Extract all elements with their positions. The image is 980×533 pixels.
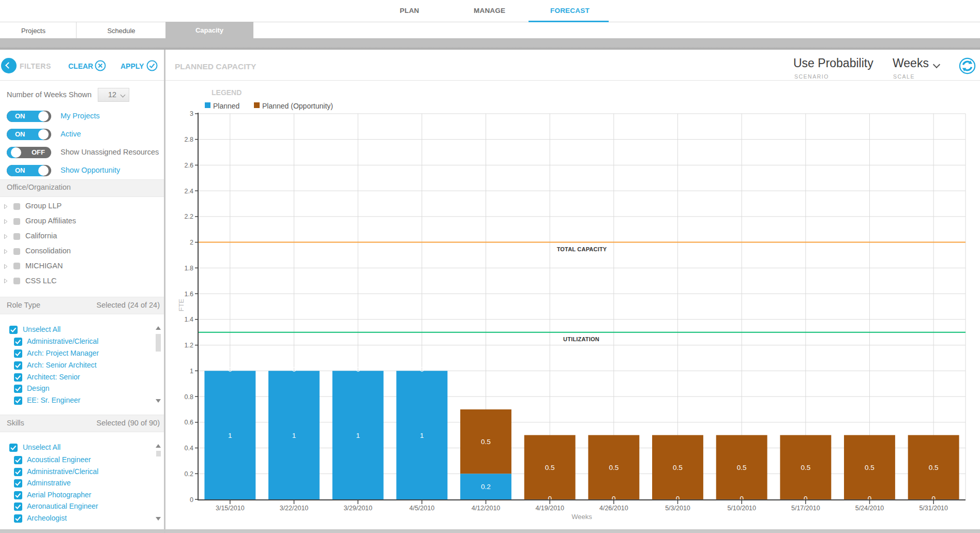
svg-text:3/15/2010: 3/15/2010: [216, 505, 245, 512]
svg-text:0.5: 0.5: [673, 464, 683, 471]
svg-text:2.8: 2.8: [185, 136, 193, 143]
svg-text:2: 2: [190, 239, 193, 246]
svg-text:1: 1: [420, 432, 424, 439]
svg-text:1.2: 1.2: [185, 342, 193, 349]
svg-text:3/29/2010: 3/29/2010: [343, 505, 372, 512]
svg-text:1: 1: [228, 432, 232, 439]
svg-text:0: 0: [190, 496, 193, 504]
svg-text:Weeks: Weeks: [571, 513, 592, 521]
svg-text:0.5: 0.5: [545, 464, 555, 471]
svg-text:5/10/2010: 5/10/2010: [727, 505, 756, 512]
svg-text:0.5: 0.5: [609, 464, 619, 471]
svg-text:4/12/2010: 4/12/2010: [472, 505, 501, 512]
svg-text:0.5: 0.5: [929, 464, 939, 471]
svg-text:1: 1: [356, 432, 360, 439]
svg-text:1: 1: [292, 432, 296, 439]
svg-text:1: 1: [190, 368, 193, 375]
svg-text:0: 0: [356, 366, 360, 373]
svg-text:1.4: 1.4: [185, 316, 193, 323]
svg-text:3/22/2010: 3/22/2010: [280, 505, 309, 512]
svg-text:2.4: 2.4: [185, 188, 193, 195]
svg-text:0.8: 0.8: [185, 393, 193, 401]
svg-text:4/19/2010: 4/19/2010: [535, 505, 564, 512]
svg-text:0.2: 0.2: [185, 470, 193, 478]
svg-text:0.5: 0.5: [865, 464, 875, 471]
svg-text:1.6: 1.6: [185, 291, 193, 298]
svg-text:TOTAL CAPACITY: TOTAL CAPACITY: [557, 246, 607, 252]
svg-text:3: 3: [190, 110, 193, 117]
svg-text:0.5: 0.5: [737, 464, 747, 471]
svg-text:5/3/2010: 5/3/2010: [665, 505, 690, 512]
svg-text:FTE: FTE: [177, 298, 185, 311]
svg-text:0.4: 0.4: [185, 445, 193, 452]
svg-text:0.6: 0.6: [185, 419, 193, 426]
svg-text:0: 0: [292, 366, 296, 373]
svg-text:4/26/2010: 4/26/2010: [599, 505, 628, 512]
svg-text:2.2: 2.2: [185, 213, 193, 220]
svg-text:0.5: 0.5: [481, 438, 491, 446]
svg-text:1.8: 1.8: [185, 265, 193, 272]
svg-text:5/17/2010: 5/17/2010: [791, 505, 820, 512]
svg-text:5/31/2010: 5/31/2010: [919, 505, 948, 512]
svg-text:0.2: 0.2: [481, 483, 491, 491]
svg-text:5/24/2010: 5/24/2010: [855, 505, 884, 512]
svg-text:0: 0: [228, 366, 232, 373]
svg-text:2.6: 2.6: [185, 162, 193, 169]
svg-text:0.5: 0.5: [801, 464, 810, 471]
svg-text:UTILIZATION: UTILIZATION: [563, 336, 599, 342]
svg-text:0: 0: [420, 366, 424, 373]
svg-text:4/5/2010: 4/5/2010: [409, 505, 434, 512]
